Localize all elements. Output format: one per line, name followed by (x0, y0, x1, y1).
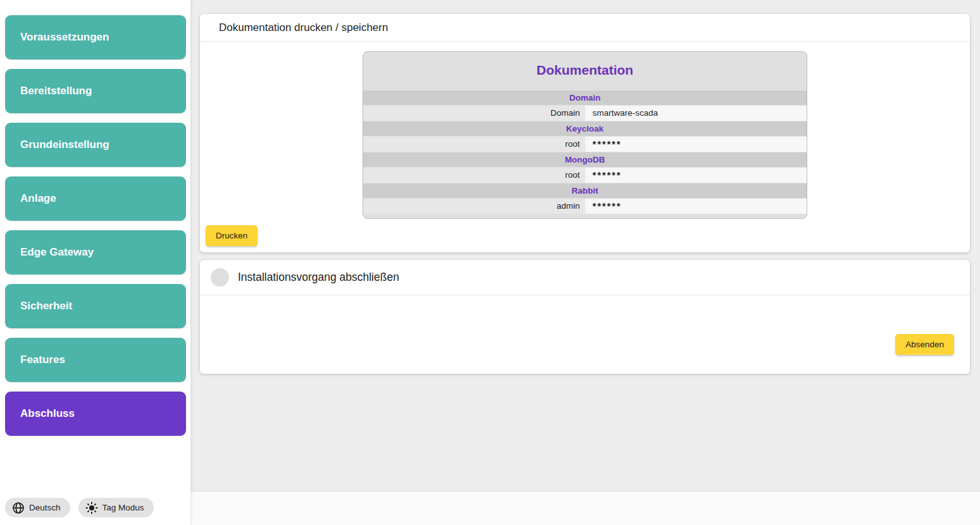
doc-row-masked-value: ****** (585, 199, 807, 214)
finish-installation-panel: Installationsvorgang abschließen Absende… (200, 260, 970, 374)
theme-mode-button[interactable]: Tag Modus (78, 498, 154, 517)
doc-row: Domain smartware-scada (363, 106, 807, 121)
doc-row-label: root (363, 168, 585, 183)
language-button-label: Deutsch (29, 503, 61, 512)
doc-section-header: Keycloak (363, 121, 807, 136)
documentation-summary-card: Dokumentation Domain Domain smartware-sc… (363, 51, 807, 219)
language-button[interactable]: Deutsch (5, 498, 70, 517)
documentation-title: Dokumentation (363, 52, 807, 90)
doc-row-label: root (363, 137, 585, 152)
print-button[interactable]: Drucken (206, 225, 257, 246)
doc-row-label: Domain (363, 106, 585, 121)
sidebar-item-voraussetzungen[interactable]: Voraussetzungen (5, 15, 186, 59)
sidebar-item-anlage[interactable]: Anlage (5, 176, 186, 221)
doc-section-keycloak: Keycloak root ****** (363, 121, 807, 152)
doc-section-header: MongoDB (363, 152, 807, 167)
finish-panel-title: Installationsvorgang abschließen (238, 271, 399, 284)
doc-section-domain: Domain Domain smartware-scada (363, 90, 807, 121)
sidebar-footer: Deutsch Tag Mod (5, 498, 154, 517)
globe-icon (12, 502, 25, 514)
sidebar-item-bereitstellung[interactable]: Bereitstellung (5, 69, 186, 113)
doc-row: root ****** (363, 137, 807, 152)
print-documentation-panel: Dokumentation drucken / speichern Dokume… (200, 14, 970, 252)
print-actions: Drucken (200, 219, 970, 252)
sidebar-item-grundeinstellung[interactable]: Grundeinstellung (5, 123, 186, 167)
status-circle-icon (211, 268, 229, 287)
panel-title: Dokumentation drucken / speichern (200, 14, 970, 42)
finish-panel-header: Installationsvorgang abschließen (200, 260, 970, 295)
main-content: Dokumentation drucken / speichern Dokume… (190, 0, 980, 525)
submit-button[interactable]: Absenden (895, 334, 954, 355)
doc-section-header: Domain (363, 90, 807, 105)
doc-row-label: admin (363, 199, 585, 214)
footer-strip (190, 491, 980, 525)
sidebar-item-sicherheit[interactable]: Sicherheit (5, 284, 186, 328)
doc-section-header: Rabbit (363, 183, 807, 198)
doc-section-rabbit: Rabbit admin ****** (363, 183, 807, 214)
doc-row-masked-value: ****** (585, 168, 807, 183)
sidebar-item-abschluss[interactable]: Abschluss (5, 392, 186, 436)
theme-mode-button-label: Tag Modus (102, 503, 144, 512)
doc-row: admin ****** (363, 199, 807, 214)
sun-icon (85, 502, 98, 514)
doc-row-value: smartware-scada (585, 106, 807, 121)
sidebar-item-features[interactable]: Features (5, 338, 186, 382)
doc-section-mongodb: MongoDB root ****** (363, 152, 807, 183)
wizard-steps-nav: Voraussetzungen Bereitstellung Grundeins… (0, 0, 190, 436)
doc-row: root ****** (363, 168, 807, 183)
doc-row-masked-value: ****** (585, 137, 807, 152)
sidebar-item-edge-gateway[interactable]: Edge Gateway (5, 230, 186, 275)
wizard-sidebar: Voraussetzungen Bereitstellung Grundeins… (0, 0, 190, 525)
